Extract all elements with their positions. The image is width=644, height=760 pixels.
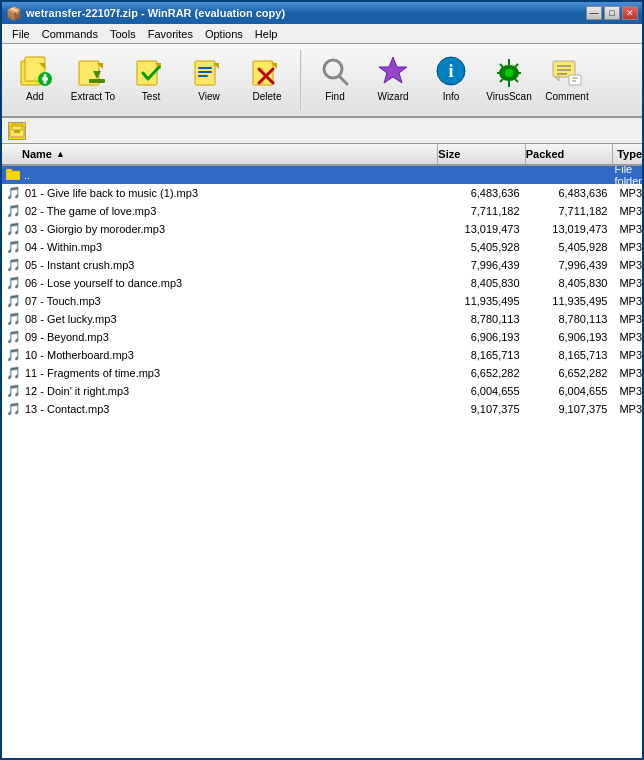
audio-icon: 🎵: [6, 204, 21, 218]
title-bar: 📦 wetransfer-22107f.zip - WinRAR (evalua…: [2, 2, 642, 24]
find-icon: [317, 53, 353, 89]
maximize-button[interactable]: □: [604, 6, 620, 20]
folder-up-icon: [6, 168, 20, 183]
svg-rect-46: [6, 171, 20, 180]
audio-icon: 🎵: [6, 348, 21, 362]
toolbar-extract-button[interactable]: Extract To: [66, 48, 120, 112]
menu-options[interactable]: Options: [199, 26, 249, 42]
audio-icon: 🎵: [6, 384, 21, 398]
toolbar-separator-1: [300, 50, 302, 110]
svg-line-33: [515, 79, 518, 82]
audio-icon: 🎵: [6, 222, 21, 236]
svg-text:i: i: [448, 61, 453, 81]
svg-point-27: [505, 69, 513, 77]
audio-icon: 🎵: [6, 366, 21, 380]
virusscan-label: VirusScan: [486, 91, 531, 102]
file-list[interactable]: .. File folder 🎵 01 - Give life back to …: [2, 166, 642, 760]
table-row[interactable]: 🎵 13 - Contact.mp3 9,107,375 9,107,375 M…: [2, 400, 642, 418]
toolbar-view-button[interactable]: View: [182, 48, 236, 112]
table-row[interactable]: 🎵 12 - Doin' it right.mp3 6,004,655 6,00…: [2, 382, 642, 400]
toolbar-add-button[interactable]: Add: [8, 48, 62, 112]
menu-commands[interactable]: Commands: [36, 26, 104, 42]
audio-icon: 🎵: [6, 312, 21, 326]
delete-icon: [249, 53, 285, 89]
menu-tools[interactable]: Tools: [104, 26, 142, 42]
column-header-size[interactable]: Size: [438, 144, 525, 164]
audio-icon: 🎵: [6, 276, 21, 290]
audio-icon: 🎵: [6, 294, 21, 308]
svg-line-35: [500, 79, 503, 82]
svg-rect-47: [6, 169, 12, 172]
audio-icon: 🎵: [6, 402, 21, 416]
table-row[interactable]: 🎵 04 - Within.mp3 5,405,928 5,405,928 MP…: [2, 238, 642, 256]
table-row[interactable]: 🎵 09 - Beyond.mp3 6,906,193 6,906,193 MP…: [2, 328, 642, 346]
table-row[interactable]: 🎵 10 - Motherboard.mp3 8,165,713 8,165,7…: [2, 346, 642, 364]
archive-icon: [8, 122, 26, 140]
svg-rect-14: [198, 67, 212, 69]
virusscan-icon: [491, 53, 527, 89]
menu-favorites[interactable]: Favorites: [142, 26, 199, 42]
extract-icon: [75, 53, 111, 89]
svg-rect-16: [198, 75, 208, 77]
table-row[interactable]: 🎵 07 - Touch.mp3 11,935,495 11,935,495 M…: [2, 292, 642, 310]
audio-icon: 🎵: [6, 258, 21, 272]
table-row[interactable]: 🎵 03 - Giorgio by moroder.mp3 13,019,473…: [2, 220, 642, 238]
toolbar-virusscan-button[interactable]: VirusScan: [482, 48, 536, 112]
view-icon: [191, 53, 227, 89]
table-row[interactable]: 🎵 02 - The game of love.mp3 7,711,182 7,…: [2, 202, 642, 220]
test-label: Test: [142, 91, 160, 102]
toolbar-wizard-button[interactable]: Wizard: [366, 48, 420, 112]
find-label: Find: [325, 91, 344, 102]
svg-rect-40: [569, 75, 581, 85]
delete-label: Delete: [253, 91, 282, 102]
svg-rect-15: [198, 71, 212, 73]
app-icon: 📦: [6, 6, 22, 21]
table-row[interactable]: 🎵 01 - Give life back to music (1).mp3 6…: [2, 184, 642, 202]
main-content: Name ▲ Size Packed Type ..: [2, 144, 642, 760]
toolbar-find-button[interactable]: Find: [308, 48, 362, 112]
column-header-packed[interactable]: Packed: [526, 144, 613, 164]
menu-help[interactable]: Help: [249, 26, 284, 42]
svg-marker-23: [379, 57, 407, 83]
wizard-label: Wizard: [377, 91, 408, 102]
audio-icon: 🎵: [6, 186, 21, 200]
wizard-icon: [375, 53, 411, 89]
sort-arrow: ▲: [56, 149, 65, 159]
table-row[interactable]: 🎵 08 - Get lucky.mp3 8,780,113 8,780,113…: [2, 310, 642, 328]
svg-rect-5: [44, 74, 47, 84]
toolbar-delete-button[interactable]: Delete: [240, 48, 294, 112]
toolbar-comment-button[interactable]: Comment: [540, 48, 594, 112]
toolbar-test-button[interactable]: Test: [124, 48, 178, 112]
table-row[interactable]: 🎵 05 - Instant crush.mp3 7,996,439 7,996…: [2, 256, 642, 274]
minimize-button[interactable]: —: [586, 6, 602, 20]
column-header-name[interactable]: Name ▲: [2, 144, 438, 164]
table-row[interactable]: 🎵 06 - Lose yourself to dance.mp3 8,405,…: [2, 274, 642, 292]
toolbar: Add Extract To Test: [2, 44, 642, 118]
svg-rect-45: [14, 130, 20, 133]
table-row[interactable]: 🎵 11 - Fragments of time.mp3 6,652,282 6…: [2, 364, 642, 382]
extract-label: Extract To: [71, 91, 115, 102]
add-icon: [17, 53, 53, 89]
table-row[interactable]: .. File folder: [2, 166, 642, 184]
close-button[interactable]: ✕: [622, 6, 638, 20]
test-icon: [133, 53, 169, 89]
svg-line-32: [500, 64, 503, 67]
title-text: 📦 wetransfer-22107f.zip - WinRAR (evalua…: [6, 6, 285, 21]
toolbar-info-button[interactable]: i Info: [424, 48, 478, 112]
audio-icon: 🎵: [6, 330, 21, 344]
svg-rect-9: [89, 79, 105, 83]
add-label: Add: [26, 91, 44, 102]
menu-bar: File Commands Tools Favorites Options He…: [2, 24, 642, 44]
comment-icon: [549, 53, 585, 89]
title-controls[interactable]: — □ ✕: [586, 6, 638, 20]
info-icon: i: [433, 53, 469, 89]
menu-file[interactable]: File: [6, 26, 36, 42]
svg-line-22: [339, 76, 347, 84]
address-bar: [2, 118, 642, 144]
svg-line-34: [515, 64, 518, 67]
comment-label: Comment: [545, 91, 588, 102]
file-list-header: Name ▲ Size Packed Type: [2, 144, 642, 166]
audio-icon: 🎵: [6, 240, 21, 254]
view-label: View: [198, 91, 220, 102]
column-header-type[interactable]: Type: [613, 148, 642, 160]
